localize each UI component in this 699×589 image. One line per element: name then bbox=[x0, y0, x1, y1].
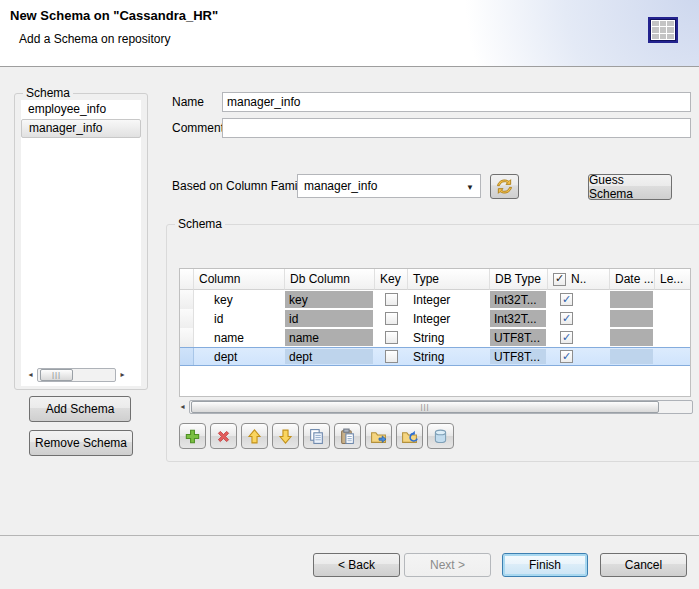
nullable-checkbox[interactable] bbox=[560, 312, 573, 325]
schema-list: employee_infomanager_info bbox=[21, 100, 141, 386]
db-type-cell[interactable]: UTF8T... bbox=[490, 348, 548, 365]
row-header-cell[interactable] bbox=[180, 290, 194, 309]
column-header[interactable]: N.. bbox=[548, 269, 610, 290]
key-cell[interactable] bbox=[375, 328, 408, 347]
paste-button[interactable] bbox=[334, 423, 361, 449]
cancel-button[interactable]: Cancel bbox=[600, 553, 687, 577]
column-name-cell[interactable]: id bbox=[194, 309, 285, 328]
key-checkbox[interactable] bbox=[385, 350, 398, 363]
page-title: New Schema on "Cassandra_HR" bbox=[10, 8, 218, 23]
db-column-cell[interactable]: dept bbox=[285, 348, 375, 365]
nullable-cell[interactable] bbox=[548, 290, 610, 309]
table-header-row: ColumnDb ColumnKeyTypeDB TypeN..Date ...… bbox=[180, 269, 690, 290]
select-all-nullable-checkbox[interactable] bbox=[553, 273, 566, 286]
nullable-cell[interactable] bbox=[548, 328, 610, 347]
back-button[interactable]: < Back bbox=[313, 553, 400, 577]
remove-schema-button[interactable]: Remove Schema bbox=[29, 430, 133, 456]
add-column-button[interactable] bbox=[179, 423, 206, 449]
date-pattern-cell[interactable] bbox=[610, 309, 655, 328]
import-schema-button[interactable] bbox=[396, 423, 423, 449]
retrieve-schema-icon bbox=[432, 428, 449, 445]
column-header[interactable]: DB Type bbox=[490, 269, 548, 290]
nullable-checkbox[interactable] bbox=[560, 350, 573, 363]
finish-button[interactable]: Finish bbox=[502, 553, 588, 577]
copy-button[interactable] bbox=[303, 423, 330, 449]
date-pattern-cell[interactable] bbox=[610, 328, 655, 347]
column-name-cell[interactable]: key bbox=[194, 290, 285, 309]
date-pattern-cell[interactable] bbox=[610, 348, 655, 365]
column-header-label: Db Column bbox=[290, 272, 350, 286]
row-header-cell[interactable] bbox=[180, 309, 194, 328]
schema-list-item[interactable]: manager_info bbox=[21, 119, 141, 138]
retrieve-schema-button[interactable] bbox=[427, 423, 454, 449]
column-family-select[interactable]: manager_info ▼ bbox=[297, 174, 481, 198]
length-cell[interactable] bbox=[655, 328, 691, 347]
key-checkbox[interactable] bbox=[385, 312, 398, 325]
scroll-left-icon[interactable]: ◂ bbox=[176, 399, 189, 414]
schema-table-group-label: Schema bbox=[175, 217, 225, 231]
scroll-track[interactable]: ||| bbox=[37, 368, 116, 382]
db-column-cell[interactable]: id bbox=[285, 309, 375, 328]
nullable-checkbox[interactable] bbox=[560, 331, 573, 344]
column-header-label: Column bbox=[199, 272, 240, 286]
nullable-checkbox[interactable] bbox=[560, 293, 573, 306]
db-type-cell[interactable]: Int32T... bbox=[490, 309, 548, 328]
scroll-right-icon[interactable]: ▸ bbox=[116, 367, 129, 382]
db-type-cell[interactable]: Int32T... bbox=[490, 290, 548, 309]
comment-label: Comment bbox=[172, 118, 224, 138]
table-row[interactable]: deptdeptStringUTF8T... bbox=[180, 347, 690, 366]
scroll-left-icon[interactable]: ◂ bbox=[24, 367, 37, 382]
guess-schema-button[interactable]: Guess Schema bbox=[588, 174, 672, 200]
db-column-cell[interactable]: key bbox=[285, 290, 375, 309]
key-cell[interactable] bbox=[375, 309, 408, 328]
column-header[interactable]: Column bbox=[194, 269, 285, 290]
db-column-cell[interactable]: name bbox=[285, 328, 375, 347]
column-header[interactable]: Key bbox=[375, 269, 408, 290]
nullable-cell[interactable] bbox=[548, 309, 610, 328]
move-up-button[interactable] bbox=[241, 423, 268, 449]
move-down-icon bbox=[277, 428, 294, 445]
comment-field[interactable] bbox=[222, 118, 691, 138]
key-checkbox[interactable] bbox=[385, 331, 398, 344]
remove-column-button[interactable] bbox=[210, 423, 237, 449]
column-header[interactable]: Date ... bbox=[610, 269, 655, 290]
table-row[interactable]: namenameStringUTF8T... bbox=[180, 328, 690, 347]
table-row[interactable]: ididIntegerInt32T... bbox=[180, 309, 690, 328]
column-header[interactable]: Type bbox=[408, 269, 490, 290]
new-schema-wizard-dialog: New Schema on "Cassandra_HR" Add a Schem… bbox=[0, 0, 699, 589]
db-type-cell[interactable]: UTF8T... bbox=[490, 328, 548, 347]
table-hscrollbar[interactable]: ◂ ||| bbox=[176, 399, 693, 414]
length-cell[interactable] bbox=[655, 348, 691, 365]
move-down-button[interactable] bbox=[272, 423, 299, 449]
type-cell[interactable]: String bbox=[408, 328, 490, 347]
schema-list-hscrollbar[interactable]: ◂ ||| ▸ bbox=[24, 367, 129, 382]
scroll-thumb[interactable]: ||| bbox=[191, 401, 659, 413]
schema-list-item[interactable]: employee_info bbox=[21, 100, 141, 119]
nullable-cell[interactable] bbox=[548, 348, 610, 365]
type-cell[interactable]: String bbox=[408, 348, 490, 365]
key-cell[interactable] bbox=[375, 348, 408, 365]
column-header[interactable]: Le... bbox=[655, 269, 691, 290]
column-name-cell[interactable]: name bbox=[194, 328, 285, 347]
type-cell[interactable]: Integer bbox=[408, 309, 490, 328]
add-schema-button[interactable]: Add Schema bbox=[29, 396, 131, 422]
key-cell[interactable] bbox=[375, 290, 408, 309]
scroll-thumb[interactable]: ||| bbox=[40, 369, 73, 381]
type-cell[interactable]: Integer bbox=[408, 290, 490, 309]
table-row[interactable]: keykeyIntegerInt32T... bbox=[180, 290, 690, 309]
page-subtitle: Add a Schema on repository bbox=[19, 32, 170, 46]
row-header-cell[interactable] bbox=[180, 328, 194, 347]
name-field[interactable] bbox=[222, 92, 691, 112]
column-header[interactable] bbox=[180, 269, 194, 290]
refresh-column-families-button[interactable] bbox=[490, 174, 519, 199]
column-name-cell[interactable]: dept bbox=[194, 348, 285, 365]
column-header[interactable]: Db Column bbox=[285, 269, 375, 290]
scroll-track[interactable]: ||| bbox=[189, 400, 693, 414]
key-checkbox[interactable] bbox=[385, 293, 398, 306]
row-header-cell[interactable] bbox=[180, 348, 194, 365]
date-pattern-cell[interactable] bbox=[610, 290, 655, 309]
length-cell[interactable] bbox=[655, 290, 691, 309]
export-schema-button[interactable] bbox=[365, 423, 392, 449]
paste-icon bbox=[339, 428, 356, 445]
length-cell[interactable] bbox=[655, 309, 691, 328]
